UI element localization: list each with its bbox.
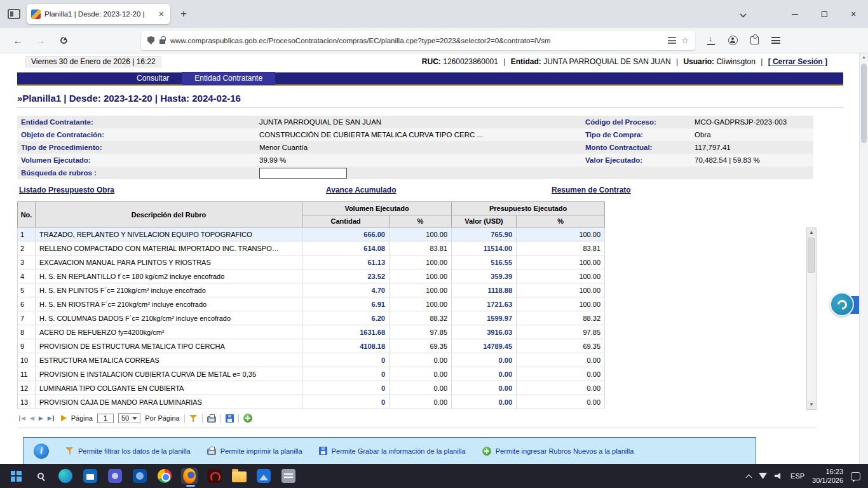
last-page-icon[interactable]: ▶ bbox=[48, 415, 55, 421]
chrome-icon[interactable] bbox=[156, 468, 173, 484]
go-to-page-icon[interactable] bbox=[61, 415, 67, 421]
search-rubros-input[interactable] bbox=[259, 168, 347, 179]
col-group-volumen-ejecutado: Volumen Ejecutado bbox=[302, 202, 452, 215]
browser-tab[interactable]: Planilla1 | Desde: 2023-12-20 | × bbox=[27, 4, 170, 24]
address-bar[interactable]: www.compraspublicas.gob.ec/ProcesoContra… bbox=[141, 31, 695, 50]
menu-entidad-contratante[interactable]: Entidad Contratante bbox=[182, 72, 275, 85]
rubro-description: TRAZADO, REPLANTEO Y NIVELACION EQUIPO T… bbox=[36, 227, 302, 241]
browser-scrollbar[interactable]: ▲ bbox=[859, 53, 868, 464]
outlook-icon[interactable] bbox=[132, 468, 148, 484]
forward-icon[interactable]: → bbox=[32, 35, 49, 46]
cantidad-value: 1631.68 bbox=[302, 325, 390, 339]
tracking-shield-icon[interactable] bbox=[147, 36, 154, 44]
hidden-icons-chevron-icon[interactable] bbox=[746, 474, 752, 480]
store-icon[interactable] bbox=[82, 468, 98, 484]
teams-icon[interactable] bbox=[107, 468, 123, 484]
table-row[interactable]: 4H. S. EN REPLANTILLO f´c= 180 kg/cm2 in… bbox=[18, 269, 605, 283]
ruc-label: RUC: bbox=[422, 57, 441, 66]
presupuesto-pct: 100.00 bbox=[517, 283, 605, 297]
table-row[interactable]: 8ACERO DE REFUERZO fy=4200kg/cm²1631.689… bbox=[18, 325, 605, 339]
edge-icon[interactable] bbox=[57, 468, 74, 484]
firefox-icon-active[interactable] bbox=[181, 468, 198, 484]
minimize-button[interactable] bbox=[780, 0, 810, 28]
photos-icon[interactable] bbox=[255, 468, 272, 484]
link-avance-acumulado[interactable]: Avance Acumulado bbox=[326, 186, 396, 194]
menu-consultar[interactable]: Consultar bbox=[124, 72, 182, 85]
back-icon[interactable]: ← bbox=[10, 35, 26, 46]
help-widget-icon[interactable] bbox=[830, 292, 854, 316]
per-page-select[interactable]: 50 bbox=[118, 413, 140, 423]
row-number: 5 bbox=[18, 283, 36, 297]
keyboard-language[interactable]: ESP bbox=[790, 472, 804, 480]
cantidad-value: 6.20 bbox=[302, 311, 390, 325]
scrollbar-thumb[interactable] bbox=[808, 238, 815, 273]
wifi-icon[interactable] bbox=[759, 473, 767, 479]
tab-close-icon[interactable]: × bbox=[157, 10, 166, 18]
table-row[interactable]: 6H. S. EN RIOSTRA F´c= 210kg/cm² incluye… bbox=[18, 297, 605, 311]
scroll-up-icon[interactable]: ▲ bbox=[807, 228, 816, 237]
prev-page-icon[interactable]: ◀ bbox=[30, 415, 34, 421]
volumen-pct: 100.00 bbox=[390, 227, 452, 241]
volume-icon[interactable] bbox=[775, 473, 783, 480]
table-row[interactable]: 11PROVISION E INSTALACION CUBIERTA CURVA… bbox=[18, 367, 605, 381]
table-scrollbar[interactable]: ▲ ▼ bbox=[806, 227, 817, 410]
table-row[interactable]: 9PROVISION DE ESTRUCTURA METALICA TIPO C… bbox=[18, 339, 605, 353]
table-row[interactable]: 12LUMINARIA TIPO COLGANTE EN CUBIERTA00.… bbox=[18, 381, 605, 395]
print-icon[interactable] bbox=[207, 416, 216, 423]
row-number: 2 bbox=[18, 241, 36, 255]
downloads-icon[interactable] bbox=[707, 36, 715, 45]
table-row[interactable]: 5H. S. EN PLINTOS F´c= 210kg/cm² incluye… bbox=[18, 283, 605, 297]
close-window-button[interactable]: × bbox=[839, 0, 868, 28]
menu-hamburger-icon[interactable] bbox=[771, 37, 780, 44]
table-row[interactable]: 7H. S. COLUMNAS DADOS F´c= 210kg/cm² inc… bbox=[18, 311, 605, 325]
table-row[interactable]: 3EXCAVACION MANUAL PARA PLINTOS Y RIOSTR… bbox=[18, 255, 605, 269]
scrollbar-thumb[interactable] bbox=[861, 64, 867, 143]
reader-mode-icon[interactable] bbox=[668, 37, 676, 44]
contract-info-grid: Entidad Contratante: JUNTA PARROQUIAL DE… bbox=[17, 116, 813, 179]
reload-icon[interactable] bbox=[55, 35, 72, 46]
volumen-pct: 0.00 bbox=[390, 367, 452, 381]
taskbar-date: 30/1/2026 bbox=[812, 476, 843, 485]
firefox-view-icon[interactable] bbox=[8, 9, 20, 19]
taskbar-clock[interactable]: 16:23 30/1/2026 bbox=[812, 467, 843, 485]
presupuesto-pct: 0.00 bbox=[517, 395, 605, 409]
table-row[interactable]: 13PROVISION CAJA DE MANDO PARA LUMINARIA… bbox=[18, 395, 605, 409]
cantidad-value: 4.70 bbox=[302, 283, 390, 297]
list-tabs-chevron-icon[interactable] bbox=[740, 11, 746, 17]
floating-widget[interactable] bbox=[830, 292, 860, 318]
save-icon[interactable] bbox=[226, 414, 234, 423]
new-tab-button[interactable]: + bbox=[175, 6, 192, 22]
notification-center-icon[interactable] bbox=[851, 472, 860, 480]
info-value: JUNTA PARROQUIAL DE SAN JUAN bbox=[257, 118, 581, 126]
filter-icon[interactable] bbox=[189, 414, 198, 423]
usuario-value: Cliwinsgton bbox=[716, 57, 755, 66]
volumen-pct: 100.00 bbox=[390, 283, 452, 297]
table-row[interactable]: 10ESTRUCTURA METALICA CORREAS00.000.000.… bbox=[18, 353, 605, 367]
scroll-up-icon[interactable]: ▲ bbox=[860, 55, 868, 59]
volumen-pct: 100.00 bbox=[390, 297, 452, 311]
file-explorer-icon[interactable] bbox=[231, 468, 247, 484]
next-page-icon[interactable]: ▶ bbox=[39, 415, 43, 421]
presupuesto-pct: 0.00 bbox=[517, 353, 605, 367]
add-rubro-icon[interactable] bbox=[243, 414, 252, 423]
info-label: Objeto de Contratación: bbox=[17, 131, 257, 139]
page-number-input[interactable] bbox=[97, 414, 114, 423]
acrobat-icon[interactable] bbox=[206, 468, 222, 484]
link-listado-presupuesto-obra[interactable]: Listado Presupuesto Obra bbox=[19, 186, 114, 194]
logout-link[interactable]: [ Cerrar Sesión ] bbox=[768, 57, 827, 66]
first-page-icon[interactable]: ◀ bbox=[18, 415, 25, 421]
search-icon[interactable] bbox=[32, 468, 49, 484]
start-button[interactable] bbox=[8, 468, 24, 484]
table-row[interactable]: 1TRAZADO, REPLANTEO Y NIVELACION EQUIPO … bbox=[18, 227, 605, 241]
url-text[interactable]: www.compraspublicas.gob.ec/ProcesoContra… bbox=[170, 37, 663, 44]
scroll-down-icon[interactable]: ▼ bbox=[807, 400, 816, 409]
account-icon[interactable] bbox=[728, 36, 738, 45]
taskbar-app-icon[interactable] bbox=[280, 468, 297, 484]
extensions-icon[interactable] bbox=[750, 36, 759, 44]
maximize-button[interactable] bbox=[810, 0, 839, 28]
bookmark-star-icon[interactable]: ☆ bbox=[681, 36, 689, 45]
lock-icon[interactable] bbox=[159, 39, 165, 44]
link-resumen-de-contrato[interactable]: Resumen de Contrato bbox=[552, 186, 631, 194]
valor-usd: 1118.88 bbox=[452, 283, 517, 297]
table-row[interactable]: 2RELLENO COMPACTADO CON MATERIAL IMPORTA… bbox=[18, 241, 605, 255]
